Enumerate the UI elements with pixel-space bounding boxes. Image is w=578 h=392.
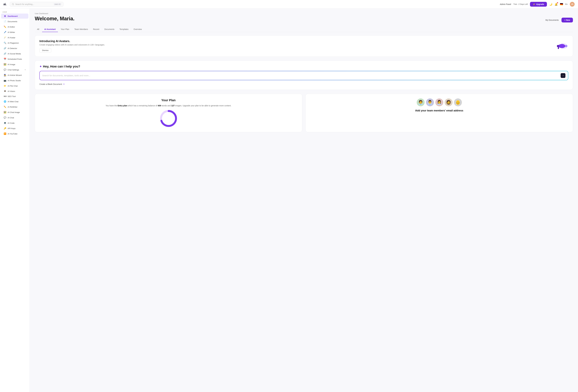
layout: USER ⊞ Dashboard 📄 Documents ✏️ AI Edito… <box>0 8 578 392</box>
chat-settings-icon: 💬 <box>4 69 6 71</box>
ai-image-icon: 🖼️ <box>4 63 6 66</box>
assistant-search-button[interactable]: → <box>561 73 565 78</box>
svg-rect-3 <box>557 45 559 47</box>
sidebar-label-ai-youtube: AI YouTube <box>8 133 17 135</box>
sidebar-item-ai-plagiarism[interactable]: 🔍 AI Plagiarism <box>1 40 28 45</box>
nav-right: Admin Panel Trial - 2 Days Left ⚡ Upgrad… <box>500 2 575 7</box>
sidebar-item-api-keys[interactable]: 🔑 API Keys <box>1 126 28 131</box>
avatar[interactable]: JS <box>570 2 575 7</box>
sidebar-label-chat-settings: Chat Settings <box>8 69 19 71</box>
tabs: All AI Assistant Your Plan Team Members … <box>35 27 573 32</box>
logo: ai. <box>3 2 6 6</box>
sidebar-item-ai-chat-image[interactable]: 🖼️ AI Chat Image <box>1 110 28 115</box>
team-avatar-5: 👴 <box>454 98 462 106</box>
language-label[interactable]: En <box>565 3 568 5</box>
team-avatar-1: 🧑‍💼 <box>417 98 425 106</box>
trial-badge: Trial - 2 Days Left <box>513 3 528 5</box>
team-card-title: Add your team members' email address <box>415 109 463 112</box>
sidebar-label-scheduled-posts: Scheduled Posts <box>8 58 22 60</box>
sidebar-item-ai-article-wizard[interactable]: 🧙 AI Article Wizard <box>1 73 28 78</box>
sidebar-item-chat-settings[interactable]: 💬 Chat Settings + <box>1 67 28 72</box>
plan-card-description: You have the Entry plan which has a rema… <box>39 104 298 107</box>
sidebar-label-ai-vision: AI Vision <box>8 90 15 92</box>
search-bar[interactable]: Search for anything... cmd + E <box>10 2 63 7</box>
chat-settings-plus-icon[interactable]: + <box>25 69 26 71</box>
team-avatar-4: 🧔 <box>445 98 453 106</box>
banner-title: Introducing AI Avatars. <box>39 40 556 43</box>
sparkle-icon: ✦ <box>39 65 42 68</box>
sidebar-label-ai-rewriter: AI ReWriter <box>8 106 17 108</box>
sidebar-item-ai-detector[interactable]: 🔗 AI Detector <box>1 46 28 51</box>
sidebar-item-ai-photo-studio[interactable]: 📷 AI Photo Studio <box>1 78 28 83</box>
dismiss-button[interactable]: Dismiss <box>39 48 51 52</box>
scheduled-posts-icon: 📅 <box>4 58 6 60</box>
sidebar-item-ai-vision[interactable]: 👁️ AI Vision <box>1 89 28 94</box>
megaphone-svg <box>556 40 568 52</box>
my-documents-button[interactable]: My Documents <box>545 19 559 21</box>
create-doc-label: Create a Blank Document <box>39 83 62 85</box>
create-blank-doc[interactable]: Create a Blank Document + <box>39 83 568 86</box>
sidebar-item-ai-writer[interactable]: 🖊️ AI Writer <box>1 30 28 35</box>
assistant-search-bar[interactable]: → <box>39 71 568 80</box>
sidebar-label-ai-chat-image: AI Chat Image <box>8 111 20 113</box>
search-placeholder: Search for anything... <box>15 3 34 5</box>
sidebar-item-ai-rewriter[interactable]: ✏️ AI ReWriter <box>1 104 28 109</box>
ai-chat-icon: 💬 <box>4 116 6 119</box>
upgrade-button[interactable]: ⚡ Upgrade <box>530 2 547 7</box>
flag-icon: 🇩🇪 <box>560 3 563 6</box>
sidebar-label-documents: Documents <box>8 20 17 23</box>
banner-content: Introducing AI Avatars. Create engaging … <box>39 40 556 52</box>
tab-recent[interactable]: Recent <box>91 27 101 32</box>
tab-all[interactable]: All <box>35 27 42 32</box>
tab-your-plan[interactable]: Your Plan <box>58 27 71 32</box>
donut-chart-wrapper <box>39 110 298 128</box>
sidebar-item-ai-avatar[interactable]: 🪄 AI Avatar <box>1 35 28 40</box>
sidebar-item-ai-file-chat[interactable]: 📁 AI File Chat <box>1 83 28 88</box>
documents-icon: 📄 <box>4 20 6 23</box>
sidebar-item-scheduled-posts[interactable]: 📅 Scheduled Posts <box>1 56 28 62</box>
new-button[interactable]: + New <box>562 18 573 22</box>
sidebar-item-dashboard[interactable]: ⊞ Dashboard <box>1 14 28 19</box>
page-title-row: Welcome, Maria. My Documents + New <box>35 16 573 24</box>
notifications-wrapper: 🔔 <box>555 3 558 6</box>
tab-ai-assistant[interactable]: AI Assistant <box>42 27 58 32</box>
dark-mode-icon[interactable]: 🌙 <box>549 3 552 6</box>
sidebar-item-ai-chat[interactable]: 💬 AI Chat <box>1 115 28 120</box>
sidebar-item-ai-youtube[interactable]: ▶️ AI YouTube <box>1 131 28 136</box>
tab-templates[interactable]: Templates <box>117 27 131 32</box>
sidebar-item-ai-web-chat[interactable]: 🌐 AI Web Chat <box>1 99 28 104</box>
plan-images: 127 <box>171 104 174 107</box>
admin-panel-link[interactable]: Admin Panel <box>500 3 511 5</box>
assistant-title-text: Hey, How can I help you? <box>43 65 80 68</box>
sidebar-label-ai-code: AI Code <box>8 122 14 124</box>
svg-rect-4 <box>558 47 559 49</box>
sidebar-item-documents[interactable]: 📄 Documents <box>1 19 28 24</box>
sidebar-item-ai-editor[interactable]: ✏️ AI Editor <box>1 24 28 29</box>
assistant-search-input[interactable] <box>42 74 559 77</box>
ai-editor-icon: ✏️ <box>4 26 6 28</box>
plan-card-title: Your Plan <box>39 98 298 102</box>
tab-documents[interactable]: Documents <box>102 27 117 32</box>
team-card: 🧑‍💼 👨‍💼 👩‍💼 🧔 👴 Add your team members' e… <box>305 94 573 132</box>
ai-social-media-icon: 🔗 <box>4 52 6 55</box>
sidebar-item-ai-code[interactable]: 💻 AI Code <box>1 121 28 126</box>
sidebar-item-ai-social-media[interactable]: 🔗 AI Social Media <box>1 51 28 56</box>
ai-photo-studio-icon: 📷 <box>4 79 6 82</box>
ai-chat-image-icon: 🖼️ <box>4 111 6 114</box>
sidebar-item-ai-image[interactable]: 🖼️ AI Image <box>1 62 28 67</box>
api-keys-icon: 🔑 <box>4 127 6 130</box>
tab-overview[interactable]: Overview <box>131 27 144 32</box>
sidebar-section-user: USER <box>0 10 30 13</box>
sidebar-item-seo-tool[interactable]: SEO SEO Tool <box>1 94 28 99</box>
ai-code-icon: 💻 <box>4 122 6 124</box>
plan-name: Entry plan <box>118 104 127 107</box>
dashboard-icon: ⊞ <box>4 15 6 17</box>
page-title: Welcome, Maria. <box>35 16 74 22</box>
sidebar-label-api-keys: API Keys <box>8 127 15 130</box>
notification-dot <box>557 2 558 3</box>
ai-file-chat-icon: 📁 <box>4 85 6 87</box>
search-icon <box>12 3 14 5</box>
sidebar: USER ⊞ Dashboard 📄 Documents ✏️ AI Edito… <box>0 8 30 392</box>
tab-team-members[interactable]: Team Members <box>72 27 90 32</box>
sidebar-label-ai-photo-studio: AI Photo Studio <box>8 80 21 82</box>
